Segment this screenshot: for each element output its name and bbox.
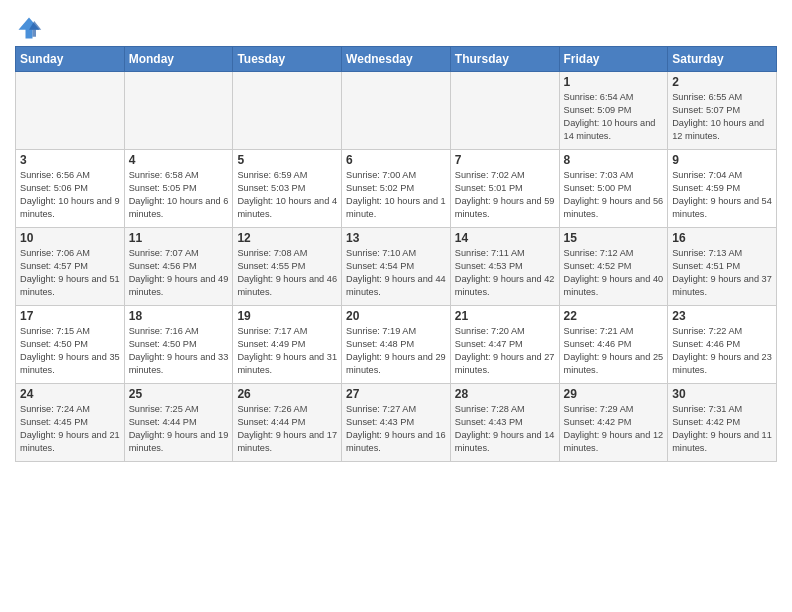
day-info: Sunrise: 7:28 AM Sunset: 4:43 PM Dayligh… <box>455 403 555 455</box>
header <box>15 10 777 42</box>
day-info: Sunrise: 7:20 AM Sunset: 4:47 PM Dayligh… <box>455 325 555 377</box>
day-info: Sunrise: 6:55 AM Sunset: 5:07 PM Dayligh… <box>672 91 772 143</box>
day-cell: 4Sunrise: 6:58 AM Sunset: 5:05 PM Daylig… <box>124 150 233 228</box>
day-cell: 22Sunrise: 7:21 AM Sunset: 4:46 PM Dayli… <box>559 306 668 384</box>
day-cell: 2Sunrise: 6:55 AM Sunset: 5:07 PM Daylig… <box>668 72 777 150</box>
logo <box>15 14 45 42</box>
header-saturday: Saturday <box>668 47 777 72</box>
header-thursday: Thursday <box>450 47 559 72</box>
day-cell: 13Sunrise: 7:10 AM Sunset: 4:54 PM Dayli… <box>342 228 451 306</box>
day-info: Sunrise: 7:08 AM Sunset: 4:55 PM Dayligh… <box>237 247 337 299</box>
day-cell <box>233 72 342 150</box>
day-number: 1 <box>564 75 664 89</box>
day-info: Sunrise: 7:04 AM Sunset: 4:59 PM Dayligh… <box>672 169 772 221</box>
day-number: 18 <box>129 309 229 323</box>
day-cell: 30Sunrise: 7:31 AM Sunset: 4:42 PM Dayli… <box>668 384 777 462</box>
day-number: 14 <box>455 231 555 245</box>
day-cell: 10Sunrise: 7:06 AM Sunset: 4:57 PM Dayli… <box>16 228 125 306</box>
day-cell: 14Sunrise: 7:11 AM Sunset: 4:53 PM Dayli… <box>450 228 559 306</box>
day-info: Sunrise: 7:26 AM Sunset: 4:44 PM Dayligh… <box>237 403 337 455</box>
day-info: Sunrise: 7:31 AM Sunset: 4:42 PM Dayligh… <box>672 403 772 455</box>
day-info: Sunrise: 7:17 AM Sunset: 4:49 PM Dayligh… <box>237 325 337 377</box>
day-cell: 24Sunrise: 7:24 AM Sunset: 4:45 PM Dayli… <box>16 384 125 462</box>
day-number: 28 <box>455 387 555 401</box>
day-cell: 5Sunrise: 6:59 AM Sunset: 5:03 PM Daylig… <box>233 150 342 228</box>
header-sunday: Sunday <box>16 47 125 72</box>
day-info: Sunrise: 7:13 AM Sunset: 4:51 PM Dayligh… <box>672 247 772 299</box>
day-info: Sunrise: 7:12 AM Sunset: 4:52 PM Dayligh… <box>564 247 664 299</box>
day-info: Sunrise: 7:27 AM Sunset: 4:43 PM Dayligh… <box>346 403 446 455</box>
day-info: Sunrise: 6:59 AM Sunset: 5:03 PM Dayligh… <box>237 169 337 221</box>
day-cell: 28Sunrise: 7:28 AM Sunset: 4:43 PM Dayli… <box>450 384 559 462</box>
day-number: 21 <box>455 309 555 323</box>
day-info: Sunrise: 7:15 AM Sunset: 4:50 PM Dayligh… <box>20 325 120 377</box>
day-number: 10 <box>20 231 120 245</box>
day-info: Sunrise: 7:10 AM Sunset: 4:54 PM Dayligh… <box>346 247 446 299</box>
day-info: Sunrise: 7:19 AM Sunset: 4:48 PM Dayligh… <box>346 325 446 377</box>
calendar-table: SundayMondayTuesdayWednesdayThursdayFrid… <box>15 46 777 462</box>
day-number: 15 <box>564 231 664 245</box>
day-number: 24 <box>20 387 120 401</box>
day-cell <box>124 72 233 150</box>
day-cell <box>342 72 451 150</box>
day-info: Sunrise: 7:00 AM Sunset: 5:02 PM Dayligh… <box>346 169 446 221</box>
day-cell: 18Sunrise: 7:16 AM Sunset: 4:50 PM Dayli… <box>124 306 233 384</box>
day-cell: 17Sunrise: 7:15 AM Sunset: 4:50 PM Dayli… <box>16 306 125 384</box>
day-info: Sunrise: 7:21 AM Sunset: 4:46 PM Dayligh… <box>564 325 664 377</box>
day-number: 8 <box>564 153 664 167</box>
day-number: 17 <box>20 309 120 323</box>
day-number: 6 <box>346 153 446 167</box>
day-number: 16 <box>672 231 772 245</box>
day-info: Sunrise: 7:25 AM Sunset: 4:44 PM Dayligh… <box>129 403 229 455</box>
week-row-5: 24Sunrise: 7:24 AM Sunset: 4:45 PM Dayli… <box>16 384 777 462</box>
day-cell: 11Sunrise: 7:07 AM Sunset: 4:56 PM Dayli… <box>124 228 233 306</box>
day-cell: 16Sunrise: 7:13 AM Sunset: 4:51 PM Dayli… <box>668 228 777 306</box>
day-cell: 15Sunrise: 7:12 AM Sunset: 4:52 PM Dayli… <box>559 228 668 306</box>
week-row-3: 10Sunrise: 7:06 AM Sunset: 4:57 PM Dayli… <box>16 228 777 306</box>
day-info: Sunrise: 6:56 AM Sunset: 5:06 PM Dayligh… <box>20 169 120 221</box>
day-info: Sunrise: 7:02 AM Sunset: 5:01 PM Dayligh… <box>455 169 555 221</box>
day-info: Sunrise: 7:11 AM Sunset: 4:53 PM Dayligh… <box>455 247 555 299</box>
day-cell: 23Sunrise: 7:22 AM Sunset: 4:46 PM Dayli… <box>668 306 777 384</box>
day-number: 11 <box>129 231 229 245</box>
day-info: Sunrise: 7:24 AM Sunset: 4:45 PM Dayligh… <box>20 403 120 455</box>
day-number: 23 <box>672 309 772 323</box>
day-cell: 27Sunrise: 7:27 AM Sunset: 4:43 PM Dayli… <box>342 384 451 462</box>
day-cell: 6Sunrise: 7:00 AM Sunset: 5:02 PM Daylig… <box>342 150 451 228</box>
day-number: 20 <box>346 309 446 323</box>
day-cell: 20Sunrise: 7:19 AM Sunset: 4:48 PM Dayli… <box>342 306 451 384</box>
day-info: Sunrise: 7:06 AM Sunset: 4:57 PM Dayligh… <box>20 247 120 299</box>
day-number: 29 <box>564 387 664 401</box>
day-info: Sunrise: 7:16 AM Sunset: 4:50 PM Dayligh… <box>129 325 229 377</box>
week-row-1: 1Sunrise: 6:54 AM Sunset: 5:09 PM Daylig… <box>16 72 777 150</box>
day-cell: 19Sunrise: 7:17 AM Sunset: 4:49 PM Dayli… <box>233 306 342 384</box>
day-info: Sunrise: 7:22 AM Sunset: 4:46 PM Dayligh… <box>672 325 772 377</box>
day-number: 27 <box>346 387 446 401</box>
week-row-2: 3Sunrise: 6:56 AM Sunset: 5:06 PM Daylig… <box>16 150 777 228</box>
page-container: SundayMondayTuesdayWednesdayThursdayFrid… <box>0 0 792 467</box>
day-cell: 12Sunrise: 7:08 AM Sunset: 4:55 PM Dayli… <box>233 228 342 306</box>
day-cell: 21Sunrise: 7:20 AM Sunset: 4:47 PM Dayli… <box>450 306 559 384</box>
day-number: 25 <box>129 387 229 401</box>
day-number: 9 <box>672 153 772 167</box>
day-cell: 3Sunrise: 6:56 AM Sunset: 5:06 PM Daylig… <box>16 150 125 228</box>
day-number: 2 <box>672 75 772 89</box>
day-number: 5 <box>237 153 337 167</box>
day-info: Sunrise: 6:54 AM Sunset: 5:09 PM Dayligh… <box>564 91 664 143</box>
day-number: 19 <box>237 309 337 323</box>
day-number: 22 <box>564 309 664 323</box>
day-cell: 9Sunrise: 7:04 AM Sunset: 4:59 PM Daylig… <box>668 150 777 228</box>
day-cell: 25Sunrise: 7:25 AM Sunset: 4:44 PM Dayli… <box>124 384 233 462</box>
day-number: 4 <box>129 153 229 167</box>
week-row-4: 17Sunrise: 7:15 AM Sunset: 4:50 PM Dayli… <box>16 306 777 384</box>
day-number: 26 <box>237 387 337 401</box>
day-number: 3 <box>20 153 120 167</box>
day-cell: 29Sunrise: 7:29 AM Sunset: 4:42 PM Dayli… <box>559 384 668 462</box>
day-cell: 8Sunrise: 7:03 AM Sunset: 5:00 PM Daylig… <box>559 150 668 228</box>
header-monday: Monday <box>124 47 233 72</box>
day-number: 7 <box>455 153 555 167</box>
day-cell: 26Sunrise: 7:26 AM Sunset: 4:44 PM Dayli… <box>233 384 342 462</box>
header-friday: Friday <box>559 47 668 72</box>
header-tuesday: Tuesday <box>233 47 342 72</box>
logo-icon <box>15 14 43 42</box>
